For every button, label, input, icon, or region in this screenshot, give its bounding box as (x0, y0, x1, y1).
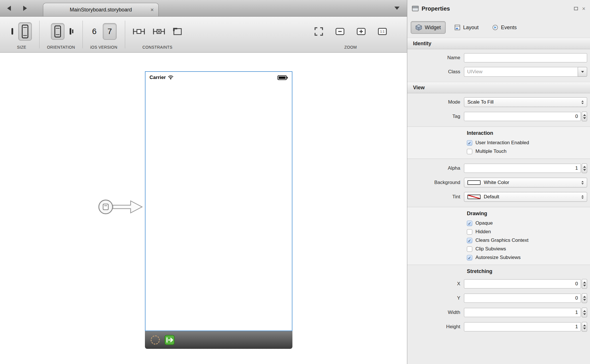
stretch-height-row: Height 1 (407, 320, 590, 334)
exit-segue-icon[interactable] (164, 335, 175, 345)
zoom-actual-size-button[interactable]: 1:1 (378, 27, 387, 35)
iphone-4-icon (22, 25, 28, 38)
popup-arrows-icon (579, 195, 584, 199)
back-button[interactable] (6, 4, 12, 12)
alpha-stepper[interactable] (582, 163, 587, 173)
constraints-group: CONSTRAINTS (125, 17, 190, 52)
tint-select[interactable]: Default (464, 192, 587, 202)
class-value[interactable]: UIView (464, 67, 578, 77)
background-value: White Color (484, 180, 509, 185)
clears-graphics-row: ✓ Clears Graphics Context (407, 236, 590, 245)
stretch-x-label: X (407, 281, 464, 287)
add-width-constraint-button[interactable] (133, 27, 145, 36)
tab-list-dropdown[interactable] (394, 0, 400, 16)
stretch-x-input[interactable]: 0 (464, 279, 581, 288)
tag-input[interactable]: 0 (464, 112, 581, 121)
view-controller-view[interactable]: Carrier (145, 71, 292, 331)
orientation-landscape-button[interactable] (70, 29, 71, 34)
clears-graphics-checkbox[interactable]: ✓ (467, 238, 472, 243)
tab-mainstoryboard[interactable]: MainStoryboard.storyboard × (43, 3, 159, 16)
first-responder-icon[interactable] (151, 335, 160, 345)
hidden-checkbox[interactable] (467, 229, 472, 235)
close-panel-icon[interactable]: × (582, 6, 585, 11)
alpha-label: Alpha (407, 165, 464, 171)
zoom-fit-button[interactable] (314, 27, 323, 36)
drawing-group: Drawing ✓ Opaque Hidden ✓ Clears Graphic… (407, 207, 590, 265)
name-label: Name (407, 55, 464, 61)
stretch-height-stepper[interactable] (582, 322, 587, 332)
orientation-group: ORIENTATION (40, 17, 82, 52)
stretching-group-title: Stretching (407, 265, 590, 277)
clip-subviews-label: Clip Subviews (475, 246, 506, 252)
autoresize-subviews-row: ✓ Autoresize Subviews (407, 253, 590, 262)
tab-events-label: Events (501, 25, 517, 31)
background-color-swatch (467, 180, 481, 185)
view-section: Mode Scale To Fill Tag 0 (407, 93, 590, 126)
multiple-touch-label: Multiple Touch (475, 149, 506, 154)
clears-graphics-label: Clears Graphics Context (475, 238, 528, 243)
tab-layout[interactable]: Layout (450, 21, 483, 34)
mode-select[interactable]: Scale To Fill (464, 97, 587, 107)
storyboard-canvas[interactable]: Carrier (0, 53, 407, 364)
tint-label: Tint (407, 194, 464, 200)
width-constraint-icon (133, 27, 145, 36)
popup-arrows-icon (579, 181, 584, 185)
orientation-portrait-button[interactable] (51, 23, 64, 40)
stretch-width-input[interactable]: 1 (464, 308, 581, 317)
designer-toolbar: SIZE ORIENTATION 6 7 iOS VERSION (0, 17, 407, 53)
class-dropdown-button[interactable] (578, 67, 587, 77)
back-arrow-icon (7, 6, 11, 11)
zoom-in-button[interactable] (357, 27, 366, 35)
alpha-input[interactable]: 1 (464, 164, 581, 173)
properties-panel: Properties × Widget (407, 0, 590, 364)
remove-constraint-button[interactable] (153, 27, 165, 36)
initial-view-controller-arrow[interactable] (98, 196, 144, 217)
iphone-35-icon (11, 28, 13, 35)
zoom-out-icon (335, 27, 345, 35)
name-input[interactable] (464, 53, 587, 62)
popup-arrows-icon (579, 100, 584, 104)
portrait-icon (54, 25, 61, 37)
multiple-touch-checkbox[interactable] (467, 149, 472, 154)
tab-widget[interactable]: Widget (411, 21, 446, 34)
actual-size-icon: 1:1 (378, 27, 387, 35)
autoresize-subviews-label: Autoresize Subviews (475, 255, 521, 260)
properties-header: Properties × (407, 0, 590, 17)
tag-stepper[interactable] (582, 112, 587, 121)
remove-constraint-icon (153, 27, 165, 36)
identity-section-header: Identity (407, 38, 590, 49)
stretch-y-input[interactable]: 0 (464, 294, 581, 303)
forward-button[interactable] (22, 4, 28, 12)
opaque-checkbox[interactable]: ✓ (467, 221, 472, 226)
dock-panel-icon[interactable] (574, 7, 578, 10)
class-combobox[interactable]: UIView (464, 67, 587, 77)
frame-constraint-icon (173, 27, 182, 36)
interaction-group: Interaction ✓ User Interaction Enabled M… (407, 126, 590, 159)
panel-window-controls: × (574, 6, 585, 11)
tab-close-icon[interactable]: × (150, 7, 154, 13)
size-group-label: SIZE (17, 45, 26, 50)
user-interaction-checkbox[interactable]: ✓ (467, 140, 472, 146)
stretch-width-stepper[interactable] (582, 308, 587, 317)
ios7-button[interactable]: 7 (106, 27, 113, 36)
background-select[interactable]: White Color (464, 178, 587, 187)
stretch-height-input[interactable]: 1 (464, 322, 581, 331)
inspector-tabs: Widget Layout Events (407, 17, 590, 38)
forward-arrow-icon (23, 6, 27, 11)
autoresize-subviews-checkbox[interactable]: ✓ (467, 255, 472, 260)
ios-version-group-label: iOS VERSION (90, 45, 117, 50)
properties-window-icon (412, 6, 419, 11)
stretch-x-stepper[interactable] (582, 279, 587, 289)
clip-subviews-checkbox[interactable] (467, 246, 472, 252)
zoom-out-button[interactable] (335, 27, 345, 35)
tab-events[interactable]: Events (487, 21, 522, 34)
frame-constraint-button[interactable] (173, 27, 182, 36)
view-controller-scene[interactable]: Carrier (145, 71, 292, 349)
size-iphone35-button[interactable] (11, 29, 13, 34)
appearance-group: Alpha 1 Background White Color Tint Defa… (407, 159, 590, 207)
background-label: Background (407, 180, 464, 185)
size-iphone4-button[interactable] (18, 22, 32, 41)
alpha-row: Alpha 1 (407, 161, 590, 175)
stretch-y-stepper[interactable] (582, 293, 587, 303)
ios6-button[interactable]: 6 (91, 27, 98, 36)
